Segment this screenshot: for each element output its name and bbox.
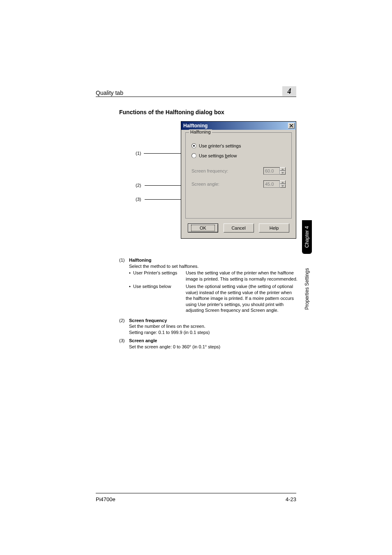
chevron-up-icon xyxy=(281,182,284,183)
callout-1: (1) xyxy=(136,151,141,156)
spin-up-button[interactable] xyxy=(280,180,286,184)
sub-item: •Use settings below Uses the optional se… xyxy=(129,283,297,313)
screen-angle-spinner[interactable]: 45.0 xyxy=(263,180,286,188)
help-button[interactable]: Help xyxy=(259,223,289,233)
close-button[interactable] xyxy=(288,123,295,129)
chapter-box: 4 xyxy=(282,86,296,96)
spinner-buttons xyxy=(280,167,286,175)
header-row: Quality tab 4 xyxy=(96,86,296,96)
radio-icon xyxy=(191,143,196,148)
header-title: Quality tab xyxy=(96,90,123,96)
sidetab-chapter: Chapter 4 xyxy=(302,220,312,254)
screen-frequency-label: Screen frequency: xyxy=(191,168,228,173)
dialog-body: Halftoning Use printer's settings Use se… xyxy=(181,130,296,238)
explain-item: (1) Halftoning Select the method to set … xyxy=(119,257,297,315)
explain-num: (3) xyxy=(119,338,129,350)
radio-label: Use settings below xyxy=(199,153,237,158)
cancel-button[interactable]: Cancel xyxy=(224,223,254,233)
spin-down-button[interactable] xyxy=(280,184,286,188)
radio-use-settings-below[interactable]: Use settings below xyxy=(191,153,286,158)
explain-num: (2) xyxy=(119,318,129,336)
spinner-buttons xyxy=(280,180,286,188)
explanation-list: (1) Halftoning Select the method to set … xyxy=(119,257,297,352)
footer-rule xyxy=(96,493,296,493)
screen-frequency-row: Screen frequency: 60.0 xyxy=(191,167,286,175)
chapter-number: 4 xyxy=(288,87,291,96)
screen-frequency-input[interactable]: 60.0 xyxy=(263,167,280,175)
radio-label: Use printer's settings xyxy=(199,143,241,148)
spin-down-button[interactable] xyxy=(280,171,286,175)
callout-3: (3) xyxy=(136,197,141,202)
footer-row: Pi4700e 4-23 xyxy=(96,496,296,502)
explain-item: (3) Screen angle Set the screen angle: 0… xyxy=(119,338,297,350)
explain-body: Halftoning Select the method to set half… xyxy=(129,257,297,315)
chevron-down-icon xyxy=(281,185,284,187)
sub-item: •User Printer's settings Uses the settin… xyxy=(129,270,297,282)
screen-angle-label: Screen angle: xyxy=(191,182,219,187)
dialog-buttons: OK Cancel Help xyxy=(185,223,292,234)
explain-body: Screen angle Set the screen angle: 0 to … xyxy=(129,338,297,350)
radio-use-printer-settings[interactable]: Use printer's settings xyxy=(191,143,286,148)
explain-num: (1) xyxy=(119,257,129,315)
screen-frequency-spinner[interactable]: 60.0 xyxy=(263,167,286,175)
callout-2: (2) xyxy=(136,183,141,188)
screen-angle-input[interactable]: 45.0 xyxy=(263,180,280,188)
group-legend: Halftoning xyxy=(189,129,212,134)
ok-button[interactable]: OK xyxy=(188,223,218,233)
spin-up-button[interactable] xyxy=(280,167,286,171)
dialog-title: Halftoning xyxy=(182,123,208,129)
close-icon xyxy=(290,124,293,127)
footer-left: Pi4700e xyxy=(96,496,115,502)
sidetab-properties: Properties Settings xyxy=(302,257,312,320)
page: Quality tab 4 Functions of the Halftonin… xyxy=(0,0,392,555)
screen-angle-row: Screen angle: 45.0 xyxy=(191,180,286,188)
footer-right: 4-23 xyxy=(286,496,296,502)
explain-item: (2) Screen frequency Set the number of l… xyxy=(119,318,297,336)
header-rule xyxy=(96,97,296,97)
halftoning-dialog: Halftoning Halftoning Use printer's sett… xyxy=(181,121,296,239)
halftoning-group: Halftoning Use printer's settings Use se… xyxy=(185,132,292,219)
dialog-titlebar: Halftoning xyxy=(181,122,296,130)
radio-icon xyxy=(191,153,196,158)
chevron-up-icon xyxy=(281,168,284,170)
explain-body: Screen frequency Set the number of lines… xyxy=(129,318,297,336)
section-heading: Functions of the Halftoning dialog box xyxy=(119,109,224,115)
chevron-down-icon xyxy=(281,172,284,174)
explain-sublist: •User Printer's settings Uses the settin… xyxy=(129,270,297,313)
